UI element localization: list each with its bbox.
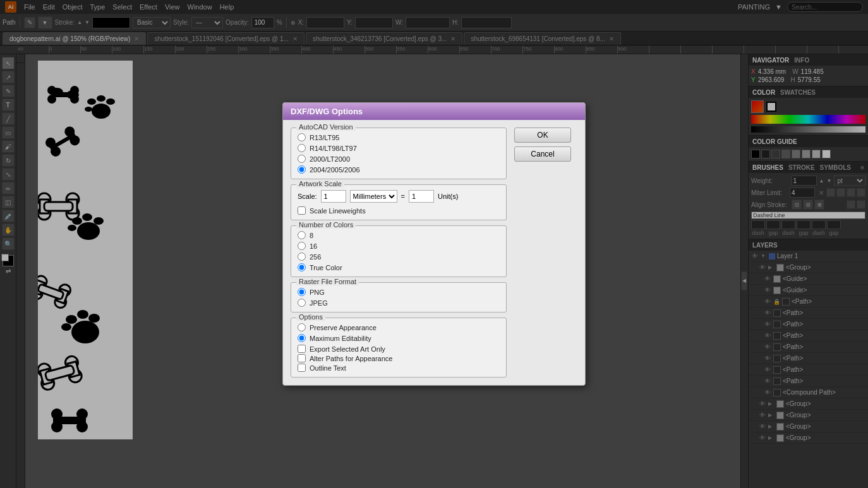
opt-alter-row: Alter Paths for Appearance [298, 354, 500, 362]
scale-unit-select[interactable]: Millimeters [350, 190, 397, 203]
version-r14-label: R14/LT98/LT97 [310, 145, 357, 152]
colors-true-label: True Color [310, 264, 342, 271]
opt-export-sel-row: Export Selected Art Only [298, 345, 500, 353]
version-r14-radio[interactable] [298, 144, 306, 152]
opt-preserve-row: Preserve Appearance [298, 323, 500, 331]
ok-button[interactable]: OK [514, 128, 571, 143]
dialog-title-bar: DXF/DWG Options [283, 103, 585, 120]
version-2000-row: 2000/LT2000 [298, 155, 500, 163]
colors-256-row: 256 [298, 253, 500, 261]
raster-jpeg-label: JPEG [310, 299, 328, 307]
number-of-colors-group: Number of Colors 8 16 256 [291, 225, 507, 277]
dialog-right: OK Cancel [514, 128, 577, 378]
scale-units2: Unit(s) [438, 193, 458, 200]
opt-maxedit-label: Maximum Editability [310, 335, 371, 342]
version-2000-label: 2000/LT2000 [310, 155, 350, 163]
scale-lineweights-row: Scale Lineweights [298, 206, 500, 215]
colors-256-label: 256 [310, 253, 321, 261]
options-group: Options Preserve Appearance Maximum Edit… [291, 318, 507, 378]
scale-value2-input[interactable] [409, 190, 434, 203]
version-2000-radio[interactable] [298, 155, 306, 163]
dialog-title: DXF/DWG Options [291, 107, 363, 116]
colors-16-label: 16 [310, 242, 317, 250]
raster-jpeg-row: JPEG [298, 299, 500, 307]
raster-png-row: PNG [298, 288, 500, 296]
opt-export-sel-label: Export Selected Art Only [310, 345, 385, 353]
cancel-button[interactable]: Cancel [514, 146, 571, 162]
version-r13-row: R13/LT95 [298, 133, 500, 141]
colors-256-radio[interactable] [298, 253, 306, 261]
version-r13-radio[interactable] [298, 133, 306, 141]
dxf-dwg-dialog: DXF/DWG Options AutoCAD Version R13/LT95… [282, 102, 586, 386]
version-r13-label: R13/LT95 [310, 134, 340, 141]
artwork-scale-legend: Artwork Scale [296, 180, 344, 187]
scale-label: Scale: [298, 193, 317, 200]
artwork-scale-group: Artwork Scale Scale: Millimeters = Unit(… [291, 184, 507, 220]
opt-outline-label: Outline Text [310, 364, 346, 372]
opt-preserve-radio[interactable] [298, 323, 306, 331]
version-r14-row: R14/LT98/LT97 [298, 144, 500, 152]
raster-jpeg-radio[interactable] [298, 299, 306, 307]
opt-preserve-label: Preserve Appearance [310, 324, 377, 331]
colors-16-row: 16 [298, 242, 500, 250]
dialog-body: AutoCAD Version R13/LT95 R14/LT98/LT97 2… [283, 120, 585, 385]
opt-export-sel-checkbox[interactable] [298, 345, 306, 353]
scale-equals: = [401, 193, 405, 200]
colors-true-row: True Color [298, 263, 500, 271]
raster-format-legend: Raster File Format [296, 278, 359, 285]
opt-maxedit-row: Maximum Editability [298, 334, 500, 342]
colors-16-radio[interactable] [298, 242, 306, 250]
opt-maxedit-radio[interactable] [298, 334, 306, 342]
scale-row: Scale: Millimeters = Unit(s) [298, 190, 500, 203]
opt-outline-checkbox[interactable] [298, 364, 306, 372]
colors-8-row: 8 [298, 231, 500, 239]
colors-true-radio[interactable] [298, 263, 306, 271]
options-legend: Options [296, 313, 325, 321]
dialog-overlay: DXF/DWG Options AutoCAD Version R13/LT95… [0, 0, 868, 488]
colors-8-label: 8 [310, 232, 313, 239]
opt-outline-row: Outline Text [298, 364, 500, 372]
opt-alter-label: Alter Paths for Appearance [310, 355, 392, 362]
version-2004-radio[interactable] [298, 165, 306, 174]
raster-png-label: PNG [310, 289, 325, 296]
autocad-version-group: AutoCAD Version R13/LT95 R14/LT98/LT97 2… [291, 128, 507, 179]
opt-alter-checkbox[interactable] [298, 354, 306, 362]
scale-lineweights-label: Scale Lineweights [310, 207, 366, 215]
autocad-version-legend: AutoCAD Version [296, 123, 356, 131]
number-of-colors-legend: Number of Colors [296, 221, 356, 229]
dialog-left: AutoCAD Version R13/LT95 R14/LT98/LT97 2… [291, 128, 507, 378]
colors-8-radio[interactable] [298, 231, 306, 239]
scale-lineweights-checkbox[interactable] [298, 206, 306, 215]
version-2004-label: 2004/2005/2006 [310, 166, 360, 174]
version-2004-row: 2004/2005/2006 [298, 165, 500, 174]
raster-format-group: Raster File Format PNG JPEG [291, 282, 507, 312]
raster-png-radio[interactable] [298, 288, 306, 296]
scale-value-input[interactable] [321, 190, 346, 203]
